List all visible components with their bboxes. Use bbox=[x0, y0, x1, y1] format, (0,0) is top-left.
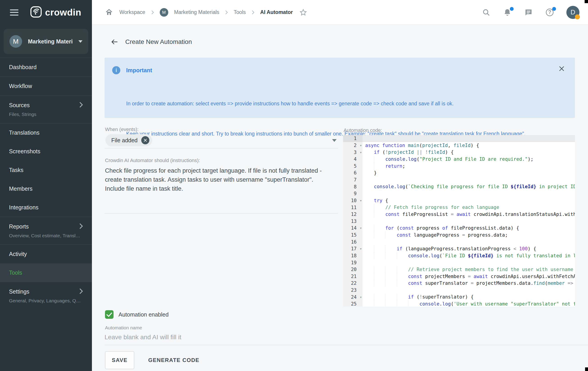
close-icon[interactable] bbox=[558, 65, 565, 73]
code-line[interactable]: 7 bbox=[343, 176, 575, 184]
code-line[interactable]: 24▾if (!superTranslator) { bbox=[343, 294, 575, 300]
gutter-line-number: 7 bbox=[343, 176, 362, 184]
gutter-line-number: 13 bbox=[343, 218, 362, 225]
code-line[interactable]: 17▾if (languageProgress.translationProgr… bbox=[343, 245, 575, 252]
sidebar-item-screenshots[interactable]: Screenshots bbox=[0, 142, 92, 161]
main-content: Create New Automation i Important In ord… bbox=[92, 25, 588, 371]
code-line[interactable]: 15const languageProgress = progress.data… bbox=[343, 232, 575, 239]
generate-code-button[interactable]: GENERATE CODE bbox=[144, 351, 203, 369]
code-line[interactable]: 13 bbox=[343, 218, 575, 225]
sidebar: crowdin M Marketing Materi… DashboardWor… bbox=[0, 0, 92, 371]
code-line[interactable]: 14▾for (const progress of fileProgressLi… bbox=[343, 225, 575, 232]
user-status-badge bbox=[575, 14, 580, 19]
code-line[interactable]: 25console.log('User with username "super… bbox=[343, 300, 575, 307]
breadcrumb-project[interactable]: Marketing Materials bbox=[174, 9, 220, 15]
code-line[interactable]: 23 bbox=[343, 287, 575, 294]
event-chip-label: File added bbox=[111, 137, 138, 144]
code-line[interactable]: 20// Retrieve project members to find th… bbox=[343, 266, 575, 273]
sidebar-item-translations[interactable]: Translations bbox=[0, 123, 92, 142]
gutter-line-number: 4 bbox=[343, 156, 362, 163]
breadcrumb-current: AI Automator bbox=[260, 9, 293, 15]
code-editor[interactable]: 12▾async function main(projectId, fileId… bbox=[343, 135, 575, 307]
help-icon[interactable]: ? bbox=[545, 8, 554, 17]
gutter-line-number: 11 bbox=[343, 204, 362, 211]
sidebar-nav: DashboardWorkflowSourcesFiles, StringsTr… bbox=[0, 58, 92, 309]
sidebar-item-tools[interactable]: Tools bbox=[0, 263, 92, 282]
automation-enabled-row[interactable]: Automation enabled bbox=[105, 310, 168, 319]
gutter-line-number: 19 bbox=[343, 259, 362, 266]
code-line[interactable]: 9 bbox=[343, 190, 575, 197]
code-line[interactable]: 19 bbox=[343, 259, 575, 266]
sidebar-item-label: Dashboard bbox=[9, 64, 36, 71]
form-actions: SAVE GENERATE CODE bbox=[105, 351, 203, 369]
crowdin-logo[interactable]: crowdin bbox=[30, 6, 81, 19]
gutter-line-number: 23 bbox=[343, 287, 362, 294]
remove-event-icon[interactable] bbox=[141, 136, 149, 144]
gutter-line-number: 16 bbox=[343, 238, 362, 245]
user-avatar-initial: D bbox=[571, 9, 575, 16]
star-icon[interactable] bbox=[299, 8, 308, 17]
gutter-line-number: 2▾ bbox=[343, 142, 362, 149]
code-line[interactable]: 4console.log("Project ID and File ID are… bbox=[343, 156, 575, 163]
fold-arrow-icon[interactable]: ▾ bbox=[360, 150, 362, 154]
gutter-line-number: 24▾ bbox=[343, 294, 362, 300]
code-line[interactable]: 5return; bbox=[343, 163, 575, 170]
code-line[interactable]: 16 bbox=[343, 238, 575, 245]
fold-arrow-icon[interactable]: ▾ bbox=[360, 199, 362, 202]
hamburger-menu-icon[interactable] bbox=[10, 10, 19, 16]
help-glyph: ? bbox=[548, 9, 551, 15]
gutter-line-number: 21 bbox=[343, 273, 362, 280]
save-button[interactable]: SAVE bbox=[105, 351, 134, 369]
info-alert: i Important In order to create automatio… bbox=[105, 58, 575, 118]
sidebar-item-reports[interactable]: ReportsOverview, Cost estimate, Transl… bbox=[0, 217, 92, 245]
sidebar-item-dashboard[interactable]: Dashboard bbox=[0, 58, 92, 77]
fold-arrow-icon[interactable]: ▾ bbox=[360, 247, 362, 251]
code-line[interactable]: 22const superTranslator = projectMembers… bbox=[343, 280, 575, 287]
breadcrumb-tools[interactable]: Tools bbox=[234, 9, 246, 15]
topbar: Workspace M Marketing Materials Tools AI… bbox=[92, 0, 588, 25]
search-icon[interactable] bbox=[482, 8, 491, 17]
breadcrumb: Workspace M Marketing Materials Tools AI… bbox=[105, 8, 308, 17]
home-icon[interactable] bbox=[105, 8, 114, 17]
sidebar-item-label: Tasks bbox=[9, 167, 23, 173]
code-line[interactable]: 6} bbox=[343, 170, 575, 176]
fold-arrow-icon[interactable]: ▾ bbox=[360, 226, 362, 230]
event-chip-file-added[interactable]: File added bbox=[105, 134, 152, 146]
code-line[interactable]: 3▾if (!projectId || !fileId) { bbox=[343, 149, 575, 156]
messages-icon[interactable] bbox=[524, 8, 533, 17]
events-select-caret-icon[interactable] bbox=[332, 139, 336, 142]
automation-name-underline bbox=[105, 345, 588, 345]
back-arrow-icon[interactable] bbox=[110, 38, 118, 46]
automation-name-input[interactable] bbox=[105, 330, 575, 344]
project-selector[interactable]: M Marketing Materi… bbox=[4, 29, 88, 54]
sidebar-item-activity[interactable]: Activity bbox=[0, 245, 92, 263]
help-badge bbox=[552, 7, 556, 11]
code-line[interactable]: 18console.log(`File ID ${fileId} is not … bbox=[343, 252, 575, 259]
breadcrumb-workspace[interactable]: Workspace bbox=[119, 9, 145, 15]
sidebar-item-workflow[interactable]: Workflow bbox=[0, 77, 92, 95]
code-line[interactable]: 21const projectMembers = await crowdinAp… bbox=[343, 273, 575, 280]
gutter-line-number: 9 bbox=[343, 190, 362, 197]
code-line[interactable]: 11// Fetch file progress for each langua… bbox=[343, 204, 575, 211]
fold-arrow-icon[interactable]: ▾ bbox=[360, 295, 362, 299]
gutter-line-number: 12 bbox=[343, 211, 362, 218]
code-line[interactable]: 10▾try { bbox=[343, 197, 575, 204]
code-line[interactable]: 2▾async function main(projectId, fileId)… bbox=[343, 142, 575, 149]
code-line[interactable]: 12const fileProgressList = await crowdin… bbox=[343, 211, 575, 218]
instructions-textarea[interactable]: Check file progress for each project tar… bbox=[105, 166, 339, 193]
code-line[interactable]: 1 bbox=[343, 135, 575, 142]
sidebar-item-settings[interactable]: SettingsGeneral, Privacy, Languages, Q… bbox=[0, 282, 92, 309]
sidebar-item-tasks[interactable]: Tasks bbox=[0, 161, 92, 179]
notifications-bell-icon[interactable] bbox=[503, 8, 512, 17]
notification-badge bbox=[510, 7, 514, 11]
user-avatar[interactable]: D bbox=[566, 6, 579, 19]
fold-arrow-icon[interactable]: ▾ bbox=[360, 144, 362, 147]
sidebar-item-sources[interactable]: SourcesFiles, Strings bbox=[0, 96, 92, 123]
sidebar-item-members[interactable]: Members bbox=[0, 179, 92, 198]
gutter-line-number: 6 bbox=[343, 170, 362, 176]
automation-enabled-checkbox[interactable] bbox=[105, 310, 114, 319]
gutter-line-number: 10▾ bbox=[343, 197, 362, 204]
sidebar-item-integrations[interactable]: Integrations bbox=[0, 198, 92, 217]
project-avatar: M bbox=[10, 35, 22, 48]
code-line[interactable]: 8console.log(`Checking file progress for… bbox=[343, 183, 575, 190]
